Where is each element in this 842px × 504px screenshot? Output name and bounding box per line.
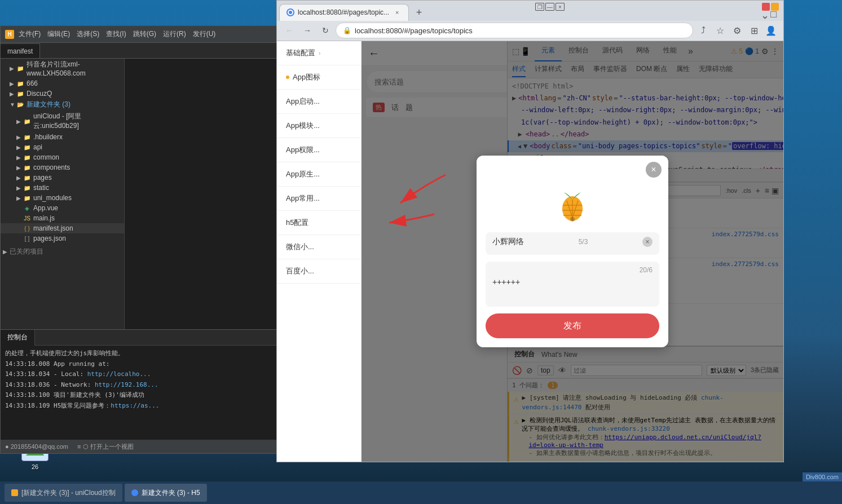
ide-menu-edit[interactable]: 编辑(E) [47, 29, 70, 39]
omnibox[interactable]: 🔒 localhost:8080/#/pages/topics/topics [336, 23, 693, 38]
tree-item-api[interactable]: ▶ 📁 api [1, 142, 124, 152]
taskbar-item-ide[interactable]: [新建文件夹 (3)] - uniCloud控制 [5, 484, 122, 502]
modal-header: × [477, 156, 668, 184]
modal-textarea-content[interactable]: ++++++ [492, 277, 653, 286]
tree-item-pages-json[interactable]: ▶ [ ] pages.json [1, 233, 124, 244]
desktop: H 文件(F) 编辑(E) 选择(S) 查找(I) 跳转(G) 运行(R) 发行… [0, 0, 842, 504]
forward-btn[interactable]: → [299, 23, 315, 38]
tree-label-xinjian: 新建文件夹 (3) [27, 100, 70, 109]
ide-tab-manifest[interactable]: manifest [1, 43, 40, 58]
tree-label: DiscuzQ [27, 90, 52, 98]
tree-label: 抖音名片引流xml-www.LXH5068.com [27, 60, 122, 77]
local-link[interactable]: http://localho... [87, 370, 151, 378]
sidebar-item-modules[interactable]: App模块... [277, 114, 361, 138]
sidebar-item-basic[interactable]: 基础配置 › [277, 41, 361, 65]
tree-item-main-js[interactable]: ▶ JS main.js [1, 213, 124, 223]
refresh-btn[interactable]: ↻ [318, 23, 333, 38]
window-close2-btn[interactable]: × [556, 3, 565, 11]
tree-item-hbuilderx[interactable]: ▶ 📁 .hbuilderx [1, 132, 124, 142]
tree-label: .hbuilderx [33, 133, 63, 141]
folder-icon: 📁 [16, 90, 24, 98]
tree-item-static[interactable]: ▶ 📁 static [1, 183, 124, 193]
tree-item-components[interactable]: ▶ 📁 components [1, 162, 124, 173]
profile-btn[interactable]: 👤 [763, 23, 779, 38]
back-btn[interactable]: ← [281, 23, 297, 38]
tree-item-xinjian[interactable]: ▼ 📂 新建文件夹 (3) [1, 99, 124, 110]
window-restore-btn[interactable]: ❐ [535, 3, 544, 11]
app-main-view: ← 话题 🔍 热 话 题 [362, 41, 783, 462]
extension-btn[interactable]: ⚙ [729, 23, 745, 38]
browser-chrome: ❐ — × localhost:8080/#/pages/topic... × … [277, 1, 783, 41]
tree-label: uni_modules [33, 194, 72, 202]
lock-icon: 🔒 [343, 26, 351, 34]
taskbar-item-browser[interactable]: 新建文件夹 (3) - H5 [125, 484, 207, 502]
sidebar-item-native[interactable]: App原生... [277, 162, 361, 187]
browser-tab-bar: ❐ — × localhost:8080/#/pages/topic... × … [277, 1, 783, 21]
tree-item-uni-modules[interactable]: ▶ 📁 uni_modules [1, 193, 124, 203]
tree-item-manifest-json[interactable]: ▶ { } manifest.json [1, 223, 124, 233]
ide-menu-file[interactable]: 文件(F) [19, 29, 41, 39]
tree-item-closed[interactable]: ▶ 已关闭项目 [1, 246, 124, 258]
file-tree: ▶ 📁 抖音名片引流xml-www.LXH5068.com ▶ 📁 666 ▶ … [1, 59, 125, 329]
log-line: 14:33:18.100 项目'新建文件夹 (3)'编译成功 [5, 391, 285, 400]
tree-item-666[interactable]: ▶ 📁 666 [1, 78, 124, 89]
share-btn[interactable]: ⤴ [695, 23, 711, 38]
taskbar-browser-label: 新建文件夹 (3) - H5 [142, 488, 200, 498]
ide-tab-console[interactable]: 控制台 [1, 330, 35, 346]
tree-item-common[interactable]: ▶ 📁 common [1, 152, 124, 162]
network-link[interactable]: http://192.168... [95, 381, 158, 388]
bookmark-btn[interactable]: ☆ [712, 23, 728, 38]
pineapple-logo [553, 184, 592, 223]
reference-link[interactable]: https://as... [111, 402, 159, 409]
grid-btn[interactable]: ⊞ [746, 23, 762, 38]
log-line: 14:33:18.008 App running at: [5, 360, 285, 369]
tree-item-douyinhangye[interactable]: ▶ 📁 抖音名片引流xml-www.LXH5068.com [1, 59, 124, 78]
modal-close-btn[interactable]: × [646, 162, 662, 178]
ide-menu-run[interactable]: 运行(R) [163, 29, 186, 39]
window-minimize2-btn[interactable]: — [545, 3, 554, 11]
tree-label: manifest.json [33, 224, 73, 232]
tree-item-app-vue[interactable]: ▶ ◈ App.vue [1, 203, 124, 213]
folder-icon: 📁 [23, 174, 31, 182]
window-close-btn[interactable] [762, 3, 770, 11]
window-minimize-btn[interactable] [771, 3, 779, 11]
sidebar-item-wechat[interactable]: 微信小... [277, 235, 361, 259]
ide-statusbar: ● 201855404@qq.com ≡ ⬡ 打开上一个视图 [1, 440, 290, 453]
sidebar-item-h5[interactable]: h5配置 [277, 211, 361, 235]
browser-window: ❐ — × localhost:8080/#/pages/topic... × … [276, 0, 784, 462]
modal-input-counter: 5/3 [579, 238, 588, 246]
ide-menu-publish[interactable]: 发行(U) [193, 29, 216, 39]
ide-bottom-tabs: 控制台 [1, 330, 290, 346]
tree-item-discuzq[interactable]: ▶ 📁 DiscuzQ [1, 89, 124, 99]
tab-close-btn[interactable]: × [393, 8, 402, 17]
browser-viewport: 基础配置 › App图标 App启动... App模块... App权限... [277, 41, 783, 462]
browser-tab-active[interactable]: localhost:8080/#/pages/topic... × [279, 4, 409, 21]
sidebar-item-permissions[interactable]: App权限... [277, 138, 361, 162]
folder-icon: 📁 [23, 143, 31, 151]
modal-input-close-btn[interactable]: × [642, 237, 653, 247]
tree-item-uniclound[interactable]: ▶ 📁 uniCloud - [阿里云:unic5d0b29] [1, 110, 124, 132]
ide-taskbar-icon [11, 489, 18, 496]
tree-label: uniCloud - [阿里云:unic5d0b29] [33, 112, 122, 131]
sidebar-label: App模块... [286, 121, 320, 131]
modal-textarea-area: 20/6 ++++++ [486, 262, 659, 307]
sidebar-item-icon[interactable]: App图标 [277, 65, 361, 90]
folder-icon: 📁 [16, 79, 24, 87]
tree-item-pages[interactable]: ▶ 📁 pages [1, 173, 124, 183]
modal-overlay: × [362, 41, 783, 462]
sidebar-item-common[interactable]: App常用... [277, 187, 361, 211]
modal-submit-btn[interactable]: 发布 [486, 313, 659, 338]
ide-menu-select[interactable]: 选择(S) [77, 29, 99, 39]
sidebar-item-splash[interactable]: App启动... [277, 90, 361, 114]
sidebar-label: h5配置 [286, 218, 308, 228]
sidebar-item-baidu[interactable]: 百度小... [277, 259, 361, 284]
log-line: 14:33:18.109 H5版常见问题参考：https://as... [5, 401, 285, 411]
tab-favicon [286, 8, 294, 16]
sidebar-label: 百度小... [286, 266, 314, 276]
tree-label: 666 [27, 79, 38, 87]
ide-menu-find[interactable]: 查找(I) [106, 29, 126, 39]
folder-icon: 📁 [23, 153, 31, 161]
new-tab-btn[interactable]: + [411, 5, 427, 21]
modal-textarea-header: 20/6 [492, 266, 653, 274]
ide-menu-jump[interactable]: 跳转(G) [133, 29, 156, 39]
